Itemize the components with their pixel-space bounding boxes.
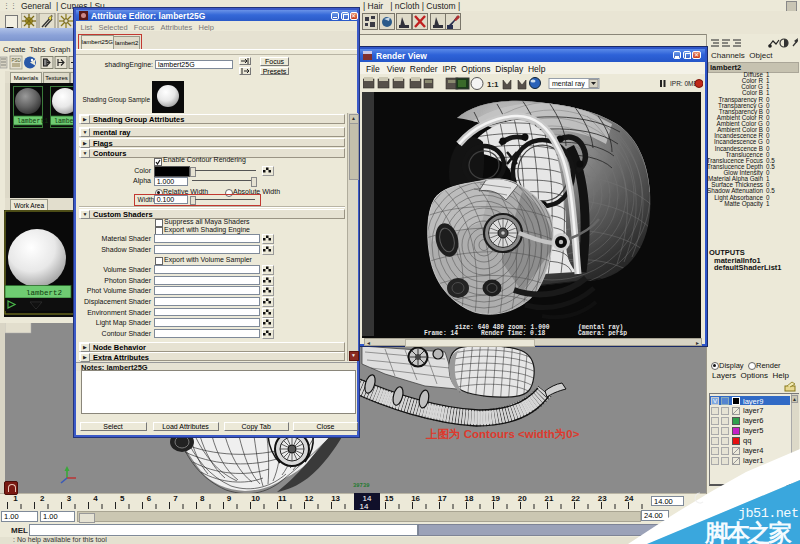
svg-text:2: 2 xyxy=(40,494,45,503)
svg-text:19: 19 xyxy=(491,494,500,503)
svg-text:1:1: 1:1 xyxy=(487,80,499,89)
svg-text:PSD: PSD xyxy=(12,58,22,63)
svg-text:10: 10 xyxy=(251,494,260,503)
svg-text:15: 15 xyxy=(385,494,394,503)
svg-text:4: 4 xyxy=(93,494,98,503)
svg-text:9: 9 xyxy=(227,494,232,503)
svg-text:lambert2: lambert2 xyxy=(26,289,62,297)
svg-text:22: 22 xyxy=(571,494,580,503)
svg-text:IPR: 0MB: IPR: 0MB xyxy=(670,80,698,87)
svg-text:11: 11 xyxy=(278,494,287,503)
svg-text:12: 12 xyxy=(305,494,314,503)
svg-text:20: 20 xyxy=(518,494,527,503)
svg-text:jb51.net: jb51.net xyxy=(738,506,799,521)
svg-text:5: 5 xyxy=(120,494,125,503)
svg-text:Matte Opacity: Matte Opacity xyxy=(724,200,764,208)
svg-text:17: 17 xyxy=(438,494,447,503)
svg-text:lambert1: lambert1 xyxy=(17,118,48,125)
svg-text:脚本之家: 脚本之家 xyxy=(704,520,793,544)
svg-text:Camera: persp: Camera: persp xyxy=(578,330,627,336)
svg-text:Frame: 14: Frame: 14 xyxy=(424,330,458,336)
svg-text:16: 16 xyxy=(411,494,420,503)
svg-text:14: 14 xyxy=(360,502,369,511)
svg-text:8: 8 xyxy=(200,494,205,503)
svg-text:Render Time: 0.18: Render Time: 0.18 xyxy=(481,330,545,336)
svg-text:1: 1 xyxy=(766,200,770,207)
svg-text:13: 13 xyxy=(331,494,340,503)
svg-text:1: 1 xyxy=(13,494,18,503)
svg-text:7: 7 xyxy=(173,494,178,503)
svg-text:上图为 Contours <width为0>: 上图为 Contours <width为0> xyxy=(425,428,580,440)
svg-text:6: 6 xyxy=(147,494,152,503)
svg-text:mental ray: mental ray xyxy=(552,80,585,88)
svg-text:18: 18 xyxy=(465,494,474,503)
svg-text:3: 3 xyxy=(67,494,72,503)
svg-text:21: 21 xyxy=(545,494,554,503)
svg-text:39739: 39739 xyxy=(353,482,370,489)
